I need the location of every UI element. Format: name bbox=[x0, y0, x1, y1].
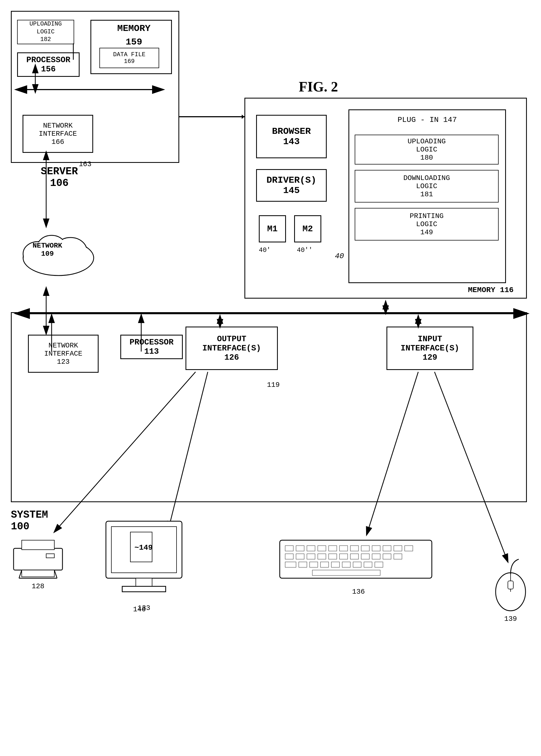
svg-rect-55 bbox=[285, 554, 293, 559]
net-iface-123-num: 123 bbox=[57, 358, 70, 366]
mouse-num-label: 139 bbox=[492, 615, 530, 623]
svg-rect-47 bbox=[328, 546, 337, 551]
plugin-uploading-logic: UPLOADINGLOGIC 180 bbox=[355, 134, 499, 164]
svg-rect-52 bbox=[383, 546, 391, 551]
input-iface-box: INPUTINTERFACE(S) 129 bbox=[386, 327, 473, 370]
server-memory-title: MEMORY bbox=[94, 23, 174, 34]
svg-rect-31 bbox=[22, 570, 54, 577]
input-iface-label: INPUTINTERFACE(S) bbox=[401, 335, 459, 353]
svg-rect-68 bbox=[309, 562, 318, 567]
plugin-box: PLUG - IN 147 UPLOADINGLOGIC 180 DOWNLOA… bbox=[348, 110, 506, 283]
processor-113-num: 113 bbox=[144, 347, 159, 356]
keyboard-svg bbox=[277, 532, 440, 586]
plugin-downloading-num: 181 bbox=[420, 190, 433, 198]
browser-num: 143 bbox=[283, 136, 299, 147]
printer-svg bbox=[8, 532, 68, 581]
m1-num: 40' bbox=[259, 246, 270, 254]
plugin-downloading-label: DOWNLOADINGLOGIC bbox=[403, 174, 450, 190]
svg-rect-66 bbox=[285, 562, 296, 567]
plugin-printing-num: 149 bbox=[420, 228, 433, 236]
plugin-uploading-num: 180 bbox=[420, 154, 433, 162]
output-iface-box: OUTPUTINTERFACE(S) 126 bbox=[186, 327, 278, 370]
processor-113-label: PROCESSOR bbox=[130, 338, 174, 347]
output-iface-label: OUTPUTINTERFACE(S) bbox=[202, 335, 261, 353]
svg-rect-62 bbox=[361, 554, 369, 559]
figure-label: FIG. 2 bbox=[299, 79, 338, 95]
svg-line-32 bbox=[19, 570, 22, 578]
svg-rect-56 bbox=[296, 554, 304, 559]
svg-rect-69 bbox=[320, 562, 328, 567]
mouse-device: 139 bbox=[492, 557, 530, 623]
drivers-box: DRIVER(S) 145 bbox=[256, 169, 327, 202]
m2-num: 40'' bbox=[297, 246, 312, 254]
keyboard-num-label: 136 bbox=[277, 588, 440, 596]
svg-rect-50 bbox=[361, 546, 369, 551]
ref-163: 163 bbox=[79, 160, 92, 168]
mouse-svg bbox=[492, 557, 530, 614]
svg-line-33 bbox=[54, 570, 57, 578]
monitor-svg: ~149 bbox=[101, 516, 188, 603]
plugin-printing-label: PRINTINGLOGIC bbox=[410, 212, 444, 228]
ref-40: 40 bbox=[335, 252, 344, 260]
svg-rect-64 bbox=[383, 554, 391, 559]
server-net-iface-num: 166 bbox=[52, 138, 64, 146]
svg-marker-17 bbox=[242, 115, 245, 119]
printer-device: 128 bbox=[8, 532, 68, 591]
m2-box: M2 bbox=[294, 215, 321, 242]
plugin-printing-logic: PRINTINGLOGIC 149 bbox=[355, 208, 499, 240]
server-uploading-logic-label: UPLOADINGLOGIC bbox=[30, 20, 62, 36]
svg-rect-57 bbox=[307, 554, 315, 559]
svg-rect-74 bbox=[375, 562, 383, 567]
drivers-label: DRIVER(S) bbox=[267, 175, 316, 185]
printer-num-label: 128 bbox=[8, 582, 68, 591]
svg-rect-67 bbox=[299, 562, 307, 567]
plugin-downloading-logic: DOWNLOADINGLOGIC 181 bbox=[355, 170, 499, 202]
system-label: SYSTEM 100 bbox=[11, 509, 48, 532]
svg-rect-75 bbox=[312, 570, 380, 576]
server-uploading-logic-num: 182 bbox=[40, 36, 51, 44]
svg-rect-73 bbox=[364, 562, 372, 567]
net-iface-123-box: NETWORKINTERFACE 123 bbox=[28, 335, 99, 373]
svg-rect-63 bbox=[372, 554, 380, 559]
diagram: FIG. 2 UPLOADINGLOGIC 182 MEMORY 159 DAT… bbox=[0, 0, 541, 756]
plugin-uploading-label: UPLOADINGLOGIC bbox=[408, 137, 446, 154]
svg-rect-46 bbox=[318, 546, 326, 551]
svg-rect-54 bbox=[405, 546, 413, 551]
svg-rect-39 bbox=[136, 578, 152, 586]
svg-rect-60 bbox=[339, 554, 348, 559]
server-net-iface-label: NETWORKINTERFACE bbox=[39, 122, 77, 138]
m1-box: M1 bbox=[259, 215, 286, 242]
svg-rect-59 bbox=[328, 554, 337, 559]
svg-rect-78 bbox=[508, 581, 513, 589]
keyboard-device: 136 bbox=[277, 532, 440, 596]
svg-rect-71 bbox=[342, 562, 350, 567]
client-box: BROWSER 143 DRIVER(S) 145 M1 40' M2 40''… bbox=[245, 98, 527, 299]
svg-rect-45 bbox=[307, 546, 315, 551]
svg-rect-40 bbox=[122, 586, 166, 592]
processor-113-box: PROCESSOR 113 bbox=[120, 335, 183, 359]
server-memory-box: MEMORY 159 DATA FILE 169 bbox=[90, 20, 172, 74]
server-net-iface-box: NETWORKINTERFACE 166 bbox=[23, 115, 93, 153]
server-processor-box: PROCESSOR 156 bbox=[17, 52, 80, 77]
server-datafile-box: DATA FILE 169 bbox=[99, 48, 159, 68]
device-146-label: 146 bbox=[133, 605, 146, 614]
plugin-title: PLUG - IN 147 bbox=[349, 116, 505, 124]
browser-label: BROWSER bbox=[272, 126, 311, 136]
svg-rect-48 bbox=[339, 546, 348, 551]
svg-rect-61 bbox=[350, 554, 358, 559]
svg-rect-43 bbox=[285, 546, 293, 551]
svg-rect-35 bbox=[46, 554, 54, 558]
svg-rect-44 bbox=[296, 546, 304, 551]
server-processor-label: PROCESSOR bbox=[26, 55, 70, 65]
system-box: NETWORKINTERFACE 123 PROCESSOR 113 OUTPU… bbox=[11, 312, 527, 502]
server-datafile-label: DATA FILE bbox=[113, 51, 146, 58]
server-processor-num: 156 bbox=[41, 65, 56, 74]
server-datafile-num: 169 bbox=[124, 58, 135, 65]
svg-rect-72 bbox=[353, 562, 361, 567]
ref-119: 119 bbox=[267, 381, 280, 389]
svg-rect-53 bbox=[394, 546, 402, 551]
svg-rect-51 bbox=[372, 546, 380, 551]
output-iface-num: 126 bbox=[224, 353, 239, 362]
svg-rect-58 bbox=[318, 554, 326, 559]
svg-rect-65 bbox=[394, 554, 402, 559]
